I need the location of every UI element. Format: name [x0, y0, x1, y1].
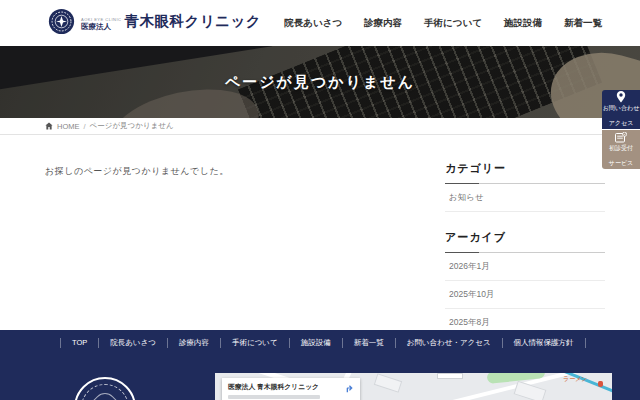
- reception-check-icon: [615, 132, 627, 143]
- logo-clinic-name: 青木眼科クリニック: [124, 12, 261, 31]
- map-info-card: 医療法人 青木眼科クリニック: [222, 378, 360, 400]
- footer-nav-facilities[interactable]: 施設設備: [289, 338, 342, 348]
- site-header: AOKI EYE CLINIC 医療法人 青木眼科クリニック 院長あいさつ 診療…: [0, 0, 640, 46]
- sidebar-category-heading: カテゴリー: [445, 161, 605, 184]
- nav-item-greeting[interactable]: 院長あいさつ: [284, 17, 342, 30]
- map-poi-label: ラーメン: [563, 375, 587, 384]
- breadcrumb-current: ページが見つかりません: [90, 121, 174, 131]
- map-poi-marker-icon: [598, 381, 603, 387]
- page-title: ページが見つかりません: [0, 46, 640, 118]
- logo-text: AOKI EYE CLINIC 医療法人 青木眼科クリニック: [81, 12, 261, 31]
- first-visit-reception-button[interactable]: 初診受付 サービス: [602, 130, 640, 169]
- footer-nav-privacy-policy[interactable]: 個人情報保護方針: [502, 338, 586, 348]
- category-list: お知らせ: [445, 184, 605, 212]
- footer-nav-contact-access[interactable]: お問い合わせ・アクセス: [395, 338, 502, 348]
- global-nav: 院長あいさつ 診療内容 手術について 施設設備 新着一覧: [284, 0, 602, 46]
- footer-nav-services[interactable]: 診療内容: [167, 338, 220, 348]
- list-item: 2025年10月: [445, 281, 605, 309]
- directions-icon[interactable]: [343, 383, 354, 394]
- category-link-news[interactable]: お知らせ: [445, 184, 605, 211]
- archive-link-2025-10[interactable]: 2025年10月: [445, 281, 605, 308]
- archive-link-2026-01[interactable]: 2026年1月: [445, 253, 605, 280]
- nav-item-news[interactable]: 新着一覧: [564, 17, 602, 30]
- map-pin-icon: [616, 91, 626, 103]
- reserve-widget-line1: 初診受付: [609, 145, 633, 153]
- sidebar: カテゴリー お知らせ アーカイブ 2026年1月 2025年10月 2025年8…: [445, 161, 605, 355]
- nav-item-facilities[interactable]: 施設設備: [504, 17, 542, 30]
- contact-access-button[interactable]: お問い合わせ アクセス: [602, 90, 640, 129]
- archive-list: 2026年1月 2025年10月 2025年8月: [445, 253, 605, 337]
- google-map-embed[interactable]: ラーメン 医療法人 青木眼科クリニック: [215, 373, 612, 400]
- contact-widget-line1: お問い合わせ: [603, 105, 640, 113]
- map-control[interactable]: [437, 373, 463, 379]
- breadcrumb: HOME / ページが見つかりません: [0, 118, 640, 135]
- nav-item-surgery[interactable]: 手術について: [424, 17, 482, 30]
- site-logo[interactable]: AOKI EYE CLINIC 医療法人 青木眼科クリニック: [48, 8, 261, 35]
- footer-nav-surgery[interactable]: 手術について: [220, 338, 289, 348]
- map-card-address-placeholder: [228, 395, 320, 399]
- breadcrumb-home-link[interactable]: HOME: [57, 122, 80, 131]
- hero-banner: ページが見つかりません: [0, 46, 640, 118]
- sidebar-archive-heading: アーカイブ: [445, 230, 605, 253]
- footer-nav-news[interactable]: 新着一覧: [342, 338, 395, 348]
- home-icon: [45, 122, 53, 130]
- reserve-widget-line2: サービス: [609, 160, 633, 168]
- nav-item-services[interactable]: 診療内容: [364, 17, 402, 30]
- notfound-message: お探しのページが見つかりませんでした。: [45, 165, 229, 178]
- list-item: 2026年1月: [445, 253, 605, 281]
- logo-corporation: 医療法人: [81, 23, 121, 31]
- contact-widget-line2: アクセス: [603, 120, 640, 128]
- footer-clinic-emblem-icon: [74, 377, 136, 400]
- map-card-title: 医療法人 青木眼科クリニック: [228, 382, 355, 392]
- fixed-side-widgets: お問い合わせ アクセス 初診受付 サービス: [602, 90, 640, 169]
- main-content: お探しのページが見つかりませんでした。 カテゴリー お知らせ アーカイブ 202…: [0, 135, 640, 330]
- page: AOKI EYE CLINIC 医療法人 青木眼科クリニック 院長あいさつ 診療…: [0, 0, 640, 400]
- list-item: お知らせ: [445, 184, 605, 212]
- clinic-emblem-icon: [48, 8, 75, 35]
- site-footer: TOP 院長あいさつ 診療内容 手術について 施設設備 新着一覧 お問い合わせ・…: [0, 330, 640, 400]
- footer-nav: TOP 院長あいさつ 診療内容 手術について 施設設備 新着一覧 お問い合わせ・…: [60, 335, 586, 351]
- footer-nav-greeting[interactable]: 院長あいさつ: [98, 338, 167, 348]
- breadcrumb-separator: /: [84, 122, 86, 131]
- footer-nav-top[interactable]: TOP: [60, 338, 98, 348]
- map-building: [374, 373, 402, 392]
